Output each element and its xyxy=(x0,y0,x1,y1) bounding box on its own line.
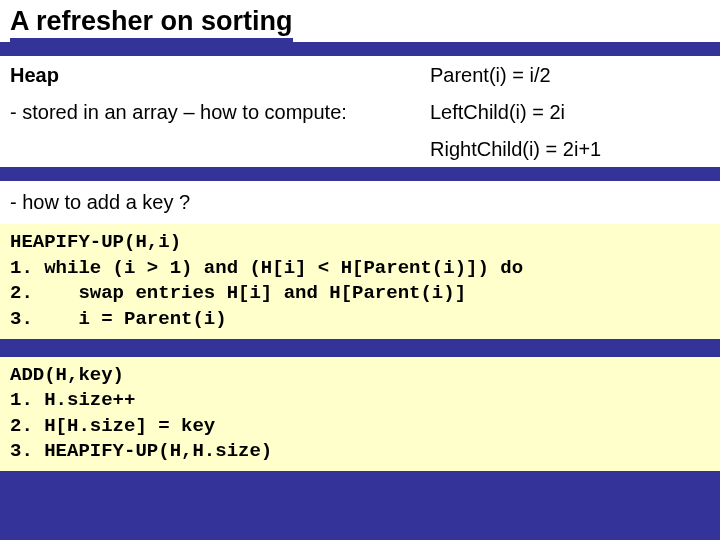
divider xyxy=(0,42,720,56)
divider xyxy=(0,339,720,357)
parent-formula: Parent(i) = i/2 xyxy=(430,64,710,87)
how-add-text: - how to add a key ? xyxy=(0,181,720,224)
divider xyxy=(0,167,720,181)
row-stored: - stored in an array – how to compute: L… xyxy=(0,93,720,130)
slide-title: A refresher on sorting xyxy=(10,6,293,42)
row-rightchild: RightChild(i) = 2i+1 xyxy=(0,130,720,167)
heap-label: Heap xyxy=(10,64,430,87)
spacer-left xyxy=(10,138,430,161)
rightchild-formula: RightChild(i) = 2i+1 xyxy=(430,138,710,161)
code-heapify-up: HEAPIFY-UP(H,i) 1. while (i > 1) and (H[… xyxy=(0,224,720,339)
leftchild-formula: LeftChild(i) = 2i xyxy=(430,101,710,124)
code-add: ADD(H,key) 1. H.size++ 2. H[H.size] = ke… xyxy=(0,357,720,472)
title-bar: A refresher on sorting xyxy=(0,0,720,42)
row-heap: Heap Parent(i) = i/2 xyxy=(0,56,720,93)
stored-text: - stored in an array – how to compute: xyxy=(10,101,430,124)
